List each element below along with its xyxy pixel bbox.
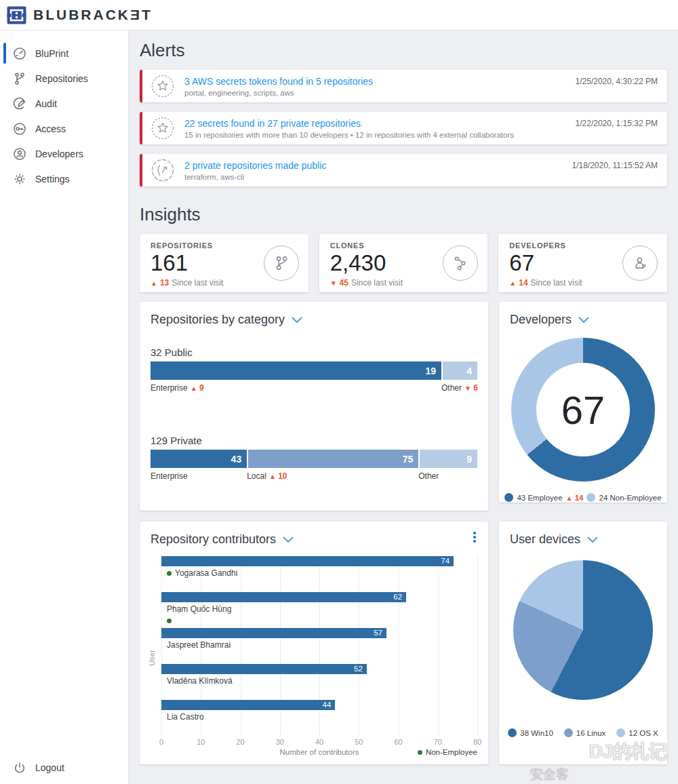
bar-segment[interactable]: 43 [151, 450, 247, 468]
alert-timestamp: 1/22/2020, 1:15:32 PM [576, 119, 658, 128]
developers-chart-card: Developers 67 43 Employee▲ 1424 Non-Empl… [499, 302, 667, 503]
x-axis-footer: Number of contributors Non-Employee [161, 748, 477, 759]
delta-value: 13 [160, 278, 169, 288]
contributor-bar[interactable]: 74 [161, 556, 454, 566]
sidebar-item-developers[interactable]: Developers [0, 141, 128, 166]
chart-title: Repository contributors [151, 532, 477, 547]
bar-group: 32 Public194Enterprise▲ 9Other▼ 6 [151, 347, 477, 393]
green-dot-icon [167, 619, 172, 623]
chart-title-label: User devices [510, 532, 580, 547]
legend-dot-icon [586, 493, 595, 502]
bar-segment[interactable]: 4 [441, 361, 477, 380]
chevron-down-icon[interactable] [586, 536, 599, 544]
bar-segment[interactable]: 75 [247, 450, 418, 468]
blubracket-logo-icon [7, 5, 26, 25]
alert-card[interactable]: 2 private repositories made public terra… [140, 154, 667, 187]
bar-value: 52 [354, 665, 363, 673]
logout-button[interactable]: Logout [0, 755, 128, 780]
segment-label: Other▼ 6 [441, 383, 478, 393]
more-options-kebab-icon[interactable] [470, 532, 479, 543]
stat-card-developers[interactable]: DEVELOPERS 67 ▲ 14 Since last visit [498, 234, 667, 292]
legend-entry: 38 Win10 [508, 728, 553, 737]
bar-group: 129 Private43759EnterpriseLocal▲ 10Other [151, 435, 477, 482]
sidebar-item-settings[interactable]: Settings [0, 166, 128, 191]
stat-card-repositories[interactable]: REPOSITORIES 161 ▲ 13 Since last visit [140, 234, 308, 292]
contributor-bar[interactable]: 52 [161, 664, 367, 674]
developers-legend: 43 Employee▲ 1424 Non-Employee [510, 493, 656, 502]
bar-value: 44 [323, 701, 332, 709]
charts-row-2: Repository contributors User 74Yogarasa … [140, 522, 667, 764]
segment-label: Other [418, 471, 439, 481]
sidebar-item-repositories[interactable]: Repositories [0, 66, 128, 91]
x-axis-ticks: 01020304050607080 [161, 738, 477, 747]
stat-card-clones[interactable]: CLONES 2,430 ▼ 45 Since last visit [319, 234, 488, 292]
contributor-bar[interactable]: 44 [161, 700, 335, 710]
x-tick-label: 0 [159, 738, 163, 746]
alert-title-link[interactable]: 22 secrets found in 27 private repositor… [184, 118, 514, 129]
legend-dot-icon [508, 728, 517, 737]
bar-segment[interactable]: 19 [151, 361, 441, 380]
x-tick-label: 10 [197, 738, 205, 746]
legend-entry: 12 OS X [616, 728, 658, 737]
developers-donut[interactable]: 67 [511, 338, 655, 482]
gridline [477, 556, 478, 736]
segment-label: Enterprise [151, 471, 188, 481]
contributor-row: 52Vladěna Klímková [161, 664, 477, 700]
user-devices-pie[interactable] [513, 560, 653, 700]
up-triangle-icon: ▲ 10 [269, 471, 287, 481]
up-triangle-icon: ▲ 14 [566, 494, 584, 502]
contributor-bar[interactable]: 62 [161, 592, 406, 602]
non-employee-legend: Non-Employee [418, 748, 477, 756]
x-tick-label: 40 [315, 738, 323, 746]
git-branch-icon [264, 246, 299, 281]
sidebar-item-access[interactable]: Access [0, 116, 128, 141]
chart-title: Repositories by category [151, 313, 477, 327]
alert-timestamp: 1/18/2020, 11:15:52 AM [572, 161, 658, 170]
contributor-row: 57Jaspreet Bhamrai [161, 628, 477, 664]
x-tick-label: 30 [276, 738, 284, 746]
insights-heading: Insights [140, 204, 667, 225]
chevron-down-icon[interactable] [291, 316, 303, 324]
chart-title: Developers [510, 313, 656, 327]
contributor-bar[interactable]: 57 [161, 628, 386, 638]
contributor-row: 74Yogarasa Gandhi [161, 556, 477, 592]
bar-value: 57 [374, 629, 382, 637]
chart-title-label: Repositories by category [151, 313, 285, 327]
bar-group-label: 129 Private [151, 435, 477, 446]
up-triangle-icon: ▲ [509, 279, 516, 287]
segment-label: Enterprise▲ 9 [151, 383, 204, 393]
chart-title-label: Developers [510, 313, 572, 327]
sidebar-item-label: Settings [35, 174, 70, 184]
contributor-row: 44Lia Castro [161, 700, 477, 736]
sidebar-item-audit[interactable]: Audit [0, 91, 128, 116]
delta-note: Since last visit [351, 278, 403, 288]
git-branch-icon [13, 72, 26, 85]
brand-wordmark: BLUBRACKƎT [33, 7, 153, 23]
main-content: Alerts 3 AWS secrets tokens found in 5 r… [129, 31, 678, 784]
sidebar-item-label: Access [35, 123, 66, 134]
legend-entry: 24 Non-Employee [586, 493, 661, 502]
chart-title-label: Repository contributors [151, 532, 276, 547]
stacked-bar: 194 [151, 361, 477, 380]
charts-row-1: Repositories by category 32 Public194Ent… [140, 302, 667, 511]
chevron-down-icon[interactable] [282, 536, 294, 544]
delta-note: Since last visit [172, 278, 223, 288]
alert-subtitle: 15 in repositories with more than 10 dev… [184, 131, 514, 139]
person-icon [13, 147, 26, 161]
donut-center-value: 67 [511, 338, 655, 482]
audit-pen-icon [13, 97, 26, 111]
alert-title-link[interactable]: 2 private repositories made public [184, 160, 326, 171]
sidebar-item-bluprint[interactable]: BluPrint [0, 41, 128, 66]
green-dot-icon [418, 750, 422, 755]
alert-card[interactable]: 3 AWS secrets tokens found in 5 reposito… [140, 70, 667, 102]
segment-value: 43 [231, 454, 247, 465]
contributor-name: Phạm Quốc Hùng [161, 604, 477, 614]
alert-card[interactable]: 22 secrets found in 27 private repositor… [140, 112, 667, 144]
delta-note: Since last visit [531, 278, 582, 288]
delta-value: 14 [519, 278, 527, 288]
chevron-down-icon[interactable] [578, 316, 590, 324]
contributors-plot: 74Yogarasa Gandhi62Phạm Quốc Hùng57Jaspr… [161, 556, 477, 736]
alert-title-link[interactable]: 3 AWS secrets tokens found in 5 reposito… [184, 76, 373, 87]
sidebar-item-label: Repositories [35, 73, 88, 84]
bar-segment[interactable]: 9 [418, 450, 477, 468]
